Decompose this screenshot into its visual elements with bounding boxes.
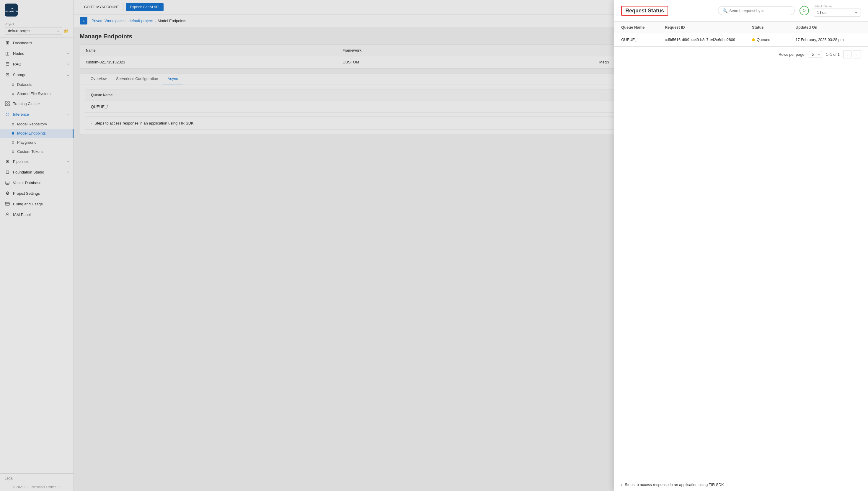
- row-request-id: cdfb5616-d9f9-4c49-b8c7-e42c6dbe2809: [665, 37, 752, 42]
- overlay-table-header: Queue Name Request ID Status Updated On: [614, 22, 868, 33]
- status-dot-icon: [752, 38, 755, 41]
- overlay-sdk-toggle[interactable]: › Steps to access response in an applica…: [614, 478, 868, 491]
- pagination-row: Rows per page: 5 10 25 1–1 of 1 ‹ ›: [614, 46, 868, 62]
- overlay-table: Queue Name Request ID Status Updated On …: [614, 22, 868, 478]
- overlay-panel: Request Status 🔍 ↻ Select Interval 15 mi…: [614, 0, 868, 491]
- overlay-sdk-section: › Steps to access response in an applica…: [614, 478, 868, 491]
- col-updated-on: Updated On: [796, 25, 861, 30]
- pagination-range: 1–1 of 1: [826, 52, 840, 57]
- search-box: 🔍: [718, 6, 795, 15]
- row-status: Queued: [757, 37, 770, 42]
- search-icon: 🔍: [723, 8, 727, 13]
- status-badge: Queued: [752, 37, 796, 42]
- overlay-header: Request Status 🔍 ↻ Select Interval 15 mi…: [614, 0, 868, 22]
- refresh-button[interactable]: ↻: [800, 6, 809, 16]
- col-status: Status: [752, 25, 796, 30]
- overlay-title: Request Status: [621, 6, 668, 16]
- interval-label: Select Interval: [814, 5, 861, 8]
- row-updated-on: 17 February, 2025 03:28 pm: [796, 37, 861, 42]
- pagination-next-button[interactable]: ›: [852, 50, 861, 58]
- pagination-prev-button[interactable]: ‹: [843, 50, 851, 58]
- rows-per-page-select[interactable]: 5 10 25: [809, 51, 822, 58]
- pagination-nav: ‹ ›: [843, 50, 861, 58]
- rows-per-page-label: Rows per page:: [779, 52, 805, 57]
- row-queue-name: QUEUE_1: [621, 37, 665, 42]
- table-row[interactable]: QUEUE_1 cdfb5616-d9f9-4c49-b8c7-e42c6dbe…: [614, 33, 868, 46]
- overlay-sdk-label: Steps to access response in an applicati…: [625, 483, 724, 487]
- overlay-controls: 🔍 ↻ Select Interval 15 minutes 30 minute…: [718, 5, 861, 17]
- interval-select[interactable]: 15 minutes 30 minutes 1 hour 3 hours 6 h…: [814, 8, 861, 17]
- search-input[interactable]: [729, 8, 790, 13]
- col-request-id: Request ID: [665, 25, 752, 30]
- col-queue-name: Queue Name: [621, 25, 665, 30]
- chevron-right-icon: ›: [621, 483, 622, 487]
- interval-selector: Select Interval 15 minutes 30 minutes 1 …: [814, 5, 861, 17]
